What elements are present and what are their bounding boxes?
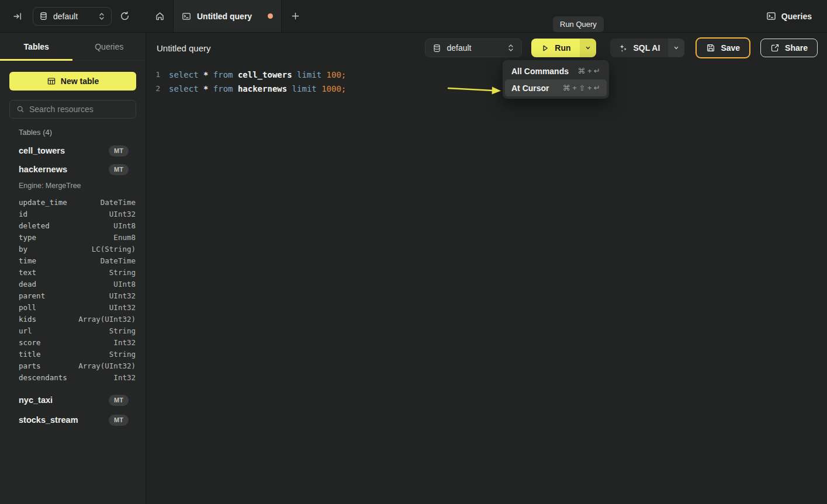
column-type: UInt8: [113, 280, 136, 289]
database-icon: [39, 12, 48, 20]
line-number: 2: [146, 82, 160, 96]
column-name: url: [19, 326, 32, 335]
column-name: descendants: [19, 373, 67, 382]
selector-chevrons-icon: [507, 44, 514, 52]
sidebar-tab-queries[interactable]: Queries: [73, 33, 146, 60]
table-row-cell-towers[interactable]: cell_towers MT: [0, 141, 146, 160]
collapse-sidebar-button[interactable]: [13, 12, 22, 21]
menu-item-label: All Commands: [511, 67, 569, 76]
sql-star: *: [203, 68, 208, 82]
table-name: hackernews: [19, 165, 67, 174]
column-row: title String: [0, 348, 146, 360]
new-table-button-label: New table: [61, 77, 99, 86]
sql-ai-button-label: SQL AI: [633, 43, 660, 53]
engine-badge: MT: [109, 145, 129, 157]
column-name: title: [19, 350, 41, 359]
column-name: by: [19, 245, 27, 253]
sidebar-tabs: Tables Queries: [0, 33, 146, 61]
search-icon: [16, 105, 25, 113]
new-table-button[interactable]: New table: [9, 72, 136, 91]
topbar-database-selector[interactable]: default: [33, 7, 112, 26]
share-button-label: Share: [785, 43, 808, 53]
sidebar: Tables Queries New table: [0, 33, 146, 504]
queries-button[interactable]: Queries: [766, 11, 812, 21]
run-button[interactable]: Run: [531, 39, 580, 57]
database-icon: [432, 44, 441, 53]
home-icon: [155, 11, 165, 21]
sql-ai-options-button[interactable]: [668, 39, 684, 57]
sidebar-tab-queries-label: Queries: [95, 42, 123, 51]
new-tab-button[interactable]: [282, 0, 309, 32]
column-name: score: [19, 338, 41, 347]
sql-ai-split-button: SQL AI: [610, 39, 684, 57]
column-type: UInt32: [109, 303, 136, 312]
column-type: UInt32: [109, 210, 136, 218]
column-type: Array(UInt32): [78, 362, 136, 370]
engine-info: Engine: MergeTree: [0, 179, 146, 196]
engine-badge: MT: [109, 415, 129, 426]
list-gap: [0, 383, 146, 391]
tables-section-header: Tables (4): [19, 128, 52, 137]
code-tokens: select * from cell_towers limit 100;: [169, 68, 351, 82]
column-name: id: [19, 210, 27, 218]
queries-button-label: Queries: [781, 12, 812, 21]
query-title: Untitled query: [157, 43, 211, 53]
search-box: [9, 100, 136, 119]
column-type: String: [109, 350, 136, 359]
editor-actions: default Run: [425, 37, 818, 58]
sidebar-tab-tables-label: Tables: [24, 42, 49, 51]
table-row-hackernews[interactable]: hackernews MT: [0, 160, 146, 179]
share-icon: [770, 43, 780, 53]
top-bar-right: Queries: [766, 11, 827, 21]
tab-strip: Untitled query: [146, 0, 309, 32]
sql-keyword: select: [169, 68, 199, 82]
sql-ai-button[interactable]: SQL AI: [610, 39, 668, 57]
tab-label: Untitled query: [197, 12, 252, 21]
menu-item-label: At Cursor: [511, 84, 549, 93]
column-name: update_time: [19, 198, 67, 207]
table-row-nyc-taxi[interactable]: nyc_taxi MT: [0, 391, 146, 409]
home-button[interactable]: [146, 0, 173, 32]
table-row-stocks-stream[interactable]: stocks_stream MT: [0, 411, 146, 429]
column-row: deleted UInt8: [0, 220, 146, 231]
sql-keyword: from: [213, 68, 233, 82]
table-name: cell_towers: [19, 146, 65, 155]
editor-database-selector[interactable]: default: [425, 39, 522, 57]
sql-star: *: [203, 82, 208, 96]
sql-table-name: cell_towers: [238, 68, 292, 82]
menu-item-all-commands[interactable]: All Commands ⌘ + ↵: [505, 62, 607, 79]
refresh-icon: [120, 11, 130, 21]
sql-number: 1000;: [321, 82, 346, 96]
sidebar-tab-tables[interactable]: Tables: [0, 33, 73, 60]
column-type: UInt8: [113, 221, 136, 230]
run-options-button[interactable]: [580, 39, 596, 57]
menu-item-at-cursor[interactable]: At Cursor ⌘ + ⇧ + ↵: [505, 79, 607, 96]
column-type: String: [109, 326, 136, 335]
run-options-menu: All Commands ⌘ + ↵ At Cursor ⌘ + ⇧ + ↵: [503, 60, 609, 99]
code-tokens: select * from hackernews limit 1000;: [169, 82, 351, 96]
sql-editor[interactable]: 1 select * from cell_towers limit 100; 2…: [146, 63, 351, 96]
play-icon: [541, 44, 549, 53]
tab-untitled-query[interactable]: Untitled query: [173, 0, 282, 32]
sparkles-icon: [618, 43, 628, 53]
column-row: text String: [0, 266, 146, 278]
column-type: Enum8: [113, 233, 136, 242]
plus-icon: [291, 12, 300, 20]
top-bar-left: default: [0, 0, 146, 32]
column-row: by LC(String): [0, 243, 146, 255]
search-input[interactable]: [29, 105, 129, 114]
save-button[interactable]: Save: [695, 37, 750, 58]
column-row: dead UInt8: [0, 278, 146, 290]
table-list: cell_towers MT hackernews MT Engine: Mer…: [0, 141, 146, 429]
menu-item-shortcut: ⌘ + ↵: [577, 67, 600, 75]
chevron-down-icon: [584, 44, 591, 51]
collapse-sidebar-icon: [13, 12, 22, 21]
column-row: poll UInt32: [0, 301, 146, 313]
column-row: update_time DateTime: [0, 196, 146, 208]
table-grid-icon: [47, 77, 56, 86]
refresh-button[interactable]: [120, 11, 130, 21]
share-button[interactable]: Share: [760, 39, 818, 57]
run-query-tooltip: Run Query: [553, 16, 604, 32]
column-name: parts: [19, 362, 41, 370]
run-split-button: Run: [531, 39, 596, 57]
